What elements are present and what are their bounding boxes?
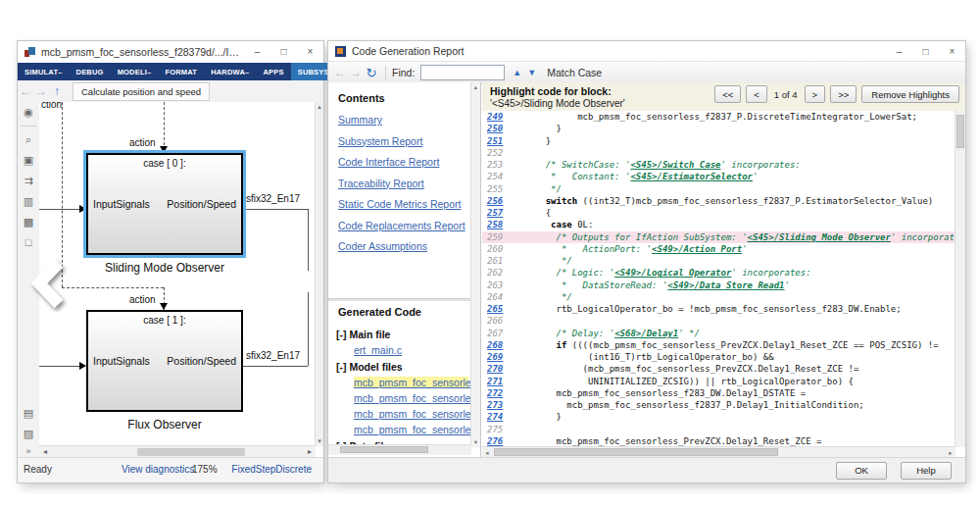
up-icon[interactable]: ↑ xyxy=(49,84,65,98)
line-number[interactable]: 251 xyxy=(482,135,513,147)
zoom-icon[interactable]: ⌕ xyxy=(18,129,39,150)
minimize-button[interactable]: – xyxy=(886,41,912,61)
first-highlight-button[interactable]: << xyxy=(714,85,741,103)
block-flux-observer[interactable]: case [ 1 ]: InputSignals Position/Speed xyxy=(86,310,243,412)
contents-link-code-replacements-report[interactable]: Code Replacements Report xyxy=(338,220,466,231)
contents-link-traceability-report[interactable]: Traceability Report xyxy=(338,178,466,189)
signal-routing-icon[interactable]: ⇉ xyxy=(18,171,39,191)
scrollbar-thumb[interactable] xyxy=(494,448,778,456)
contents-link-code-interface-report[interactable]: Code Interface Report xyxy=(338,156,466,168)
camera-icon[interactable]: ▤ xyxy=(18,403,39,424)
line-number[interactable]: 265 xyxy=(482,303,513,315)
hide-markup-icon[interactable]: ◉ xyxy=(18,102,39,123)
menu-item-hardwa[interactable]: HARDWA– xyxy=(204,63,256,80)
next-highlight-button[interactable]: > xyxy=(805,85,826,103)
back-icon[interactable]: ← xyxy=(332,66,348,79)
sidebar-horizontal-scrollbar[interactable] xyxy=(328,444,471,455)
file-link-mcb-pmsm-foc-sensorless[interactable]: mcb_pmsm_foc_sensorless_ xyxy=(354,392,468,404)
code-block-link[interactable]: <S45>/Switch Case xyxy=(630,160,720,170)
back-icon[interactable]: ← xyxy=(18,84,33,98)
area-icon[interactable]: ▩ xyxy=(18,212,39,232)
box-icon[interactable]: □ xyxy=(18,232,39,253)
scroll-left-icon[interactable]: ◂ xyxy=(483,449,491,457)
code-block-link[interactable]: <S45>/Sliding Mode Observer xyxy=(748,232,891,242)
refresh-icon[interactable]: ↻ xyxy=(364,66,379,80)
line-number[interactable]: 268 xyxy=(482,339,513,351)
code-block-link[interactable]: <S68>/Delay1 xyxy=(614,329,678,338)
line-number[interactable]: 271 xyxy=(482,376,513,387)
model-canvas[interactable]: ction action case [ 0 ]: InputSignals Po… xyxy=(39,102,316,446)
file-group-model-files[interactable]: [-] Model files xyxy=(336,361,468,373)
code-block-link[interactable]: <S49>/Data Store Read1 xyxy=(667,280,784,290)
annotation-image-icon[interactable]: ▥ xyxy=(18,191,39,212)
status-ready: Ready xyxy=(24,464,52,475)
maximize-button[interactable]: □ xyxy=(912,41,939,61)
fit-to-view-icon[interactable]: ▣ xyxy=(18,150,39,171)
file-link-ert-main-c[interactable]: ert_main.c xyxy=(354,344,468,356)
contents-link-coder-assumptions[interactable]: Coder Assumptions xyxy=(338,240,466,252)
scrollbar-thumb[interactable] xyxy=(137,448,245,456)
code-block-link[interactable]: <S49>/Logical Operator xyxy=(614,268,731,278)
previous-highlight-button[interactable]: < xyxy=(746,85,767,103)
breadcrumb[interactable]: Calculate position and speed xyxy=(73,82,210,101)
scroll-down-icon[interactable]: ▾ xyxy=(471,438,480,446)
code-text: mcb_pmsm_foc_sensorless_f283_DW.Delay1_D… xyxy=(524,388,806,398)
code-text: */ xyxy=(524,184,562,194)
model-explorer-icon[interactable]: ▨ xyxy=(18,424,39,444)
minimize-button[interactable]: – xyxy=(244,41,270,63)
menu-item-debug[interactable]: DEBUG xyxy=(70,63,111,80)
close-button[interactable]: × xyxy=(297,41,323,63)
scroll-right-icon[interactable]: ▸ xyxy=(947,449,955,457)
code-block-link[interactable]: <S49>/Action Port xyxy=(652,244,742,254)
forward-icon[interactable]: → xyxy=(348,66,364,79)
line-number[interactable]: 258 xyxy=(482,219,513,230)
file-link-mcb-pmsm-foc-sensorless[interactable]: mcb_pmsm_foc_sensorless_ xyxy=(354,424,468,435)
line-number[interactable]: 273 xyxy=(482,399,513,411)
line-number[interactable]: 250 xyxy=(482,123,513,134)
file-link-mcb-pmsm-foc-sensorless[interactable]: mcb_pmsm_foc_sensorless_ xyxy=(354,408,468,420)
forward-icon[interactable]: → xyxy=(33,84,49,98)
code-text xyxy=(524,329,557,338)
menu-item-apps[interactable]: APPS xyxy=(256,63,290,80)
line-number: 264 xyxy=(482,291,513,303)
file-group-main-file[interactable]: [-] Main file xyxy=(336,329,468,340)
block-sliding-mode-observer[interactable]: case [ 0 ]: InputSignals Position/Speed xyxy=(86,153,243,255)
code-text: (mcb_pmsm_foc_sensorless_PrevZCX.Delay1_… xyxy=(524,364,858,374)
code-vertical-scrollbar[interactable] xyxy=(955,111,965,447)
scrollbar-thumb[interactable] xyxy=(956,115,964,148)
scroll-up-icon[interactable]: ▴ xyxy=(471,83,480,91)
find-next-icon[interactable]: ▼ xyxy=(527,68,536,77)
find-previous-icon[interactable]: ▲ xyxy=(513,68,521,77)
menu-item-format[interactable]: FORMAT xyxy=(158,63,204,80)
remove-highlights-button[interactable]: Remove Highlights xyxy=(861,85,959,103)
help-button[interactable]: Help xyxy=(901,462,952,480)
ok-button[interactable]: OK xyxy=(836,462,887,480)
line-number[interactable]: 249 xyxy=(482,111,513,123)
contents-link-subsystem-report[interactable]: Subsystem Report xyxy=(338,135,466,147)
close-button[interactable]: × xyxy=(939,41,965,61)
scroll-down-icon[interactable]: ▾ xyxy=(316,436,323,446)
scrollbar-thumb[interactable] xyxy=(340,446,428,453)
canvas-vertical-scrollbar[interactable]: ▴ ▾ xyxy=(315,102,323,446)
scroll-up-icon[interactable]: ▴ xyxy=(316,102,323,112)
line-number[interactable]: 270 xyxy=(482,363,513,375)
find-input[interactable] xyxy=(420,65,505,80)
view-diagnostics-link[interactable]: View diagnostics xyxy=(122,464,194,475)
line-number[interactable]: 272 xyxy=(482,387,513,399)
line-number[interactable]: 256 xyxy=(482,195,513,207)
line-number[interactable]: 274 xyxy=(482,411,513,423)
menu-item-simulat[interactable]: SIMULAT– xyxy=(18,63,70,80)
contents-link-static-code-metrics-report[interactable]: Static Code Metrics Report xyxy=(338,198,466,210)
contents-link-summary[interactable]: Summary xyxy=(338,114,466,126)
file-link-mcb-pmsm-foc-sensorless[interactable]: mcb_pmsm_foc_sensorless_ xyxy=(354,377,468,388)
sidebar-vertical-scrollbar[interactable]: ▴ ▾ xyxy=(470,82,480,447)
line-number[interactable]: 269 xyxy=(482,351,513,363)
match-case-option[interactable]: Match Case xyxy=(547,67,602,78)
maximize-button[interactable]: □ xyxy=(270,41,297,63)
solver-link[interactable]: FixedStepDiscrete xyxy=(231,464,312,475)
last-highlight-button[interactable]: >> xyxy=(830,85,857,103)
menu-item-modeli[interactable]: MODELI– xyxy=(111,63,159,80)
code-lines[interactable]: 249 mcb_pmsm_foc_sensorless_f2837_P.Disc… xyxy=(482,111,956,447)
line-number[interactable]: 257 xyxy=(482,207,513,219)
code-block-link[interactable]: <S45>/EstimatorSelector xyxy=(630,172,753,181)
